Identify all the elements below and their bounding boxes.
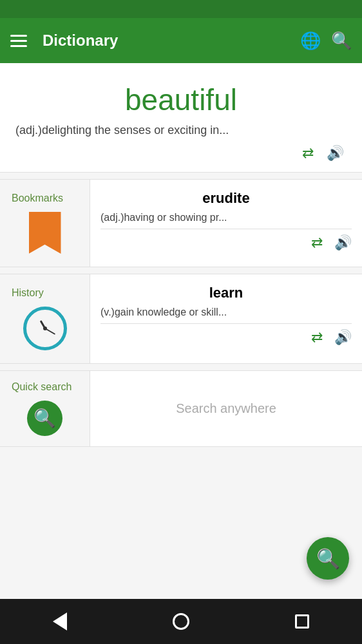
bookmarks-volume-icon[interactable]: 🔊 (334, 234, 352, 251)
clock-center (43, 327, 47, 330)
menu-button[interactable] (10, 35, 27, 47)
quick-search-button[interactable]: 🔍 (27, 401, 62, 436)
clock-icon[interactable] (23, 307, 67, 350)
fab-search-button[interactable]: 🔍 (307, 537, 349, 580)
bookmarks-content: erudite (adj.)having or showing pr... 🔊 (90, 180, 362, 267)
quick-search-card: Quick search 🔍 Search anywhere (0, 370, 362, 447)
history-volume-icon[interactable]: 🔊 (334, 329, 352, 346)
quick-search-label: Quick search (6, 381, 71, 393)
bookmarks-actions: 🔊 (100, 229, 352, 251)
bookmarks-panel: Bookmarks (0, 180, 90, 267)
clock-face (32, 316, 58, 341)
history-definition: (v.)gain knowledge or skill... (100, 307, 352, 324)
recents-button[interactable] (295, 614, 309, 629)
back-icon (53, 612, 67, 630)
history-panel: History (0, 274, 90, 363)
back-button[interactable] (53, 612, 67, 630)
quick-search-icon: 🔍 (33, 408, 56, 429)
status-bar (0, 0, 362, 18)
search-icon[interactable]: 🔍 (331, 31, 352, 51)
shuffle-icon[interactable] (302, 145, 314, 162)
toolbar: Dictionary 🌐 🔍 (0, 18, 362, 63)
recents-icon (295, 614, 309, 629)
globe-icon[interactable]: 🌐 (300, 31, 321, 51)
bookmark-icon[interactable] (29, 212, 61, 254)
bookmarks-card: Bookmarks erudite (adj.)having or showin… (0, 179, 362, 267)
quick-search-panel: Quick search 🔍 (0, 371, 90, 446)
bookmarks-word: erudite (100, 190, 352, 207)
bookmarks-label: Bookmarks (6, 193, 63, 204)
bookmarks-definition: (adj.)having or showing pr... (100, 212, 352, 229)
app-title: Dictionary (43, 32, 290, 50)
bookmarks-shuffle-icon[interactable] (311, 234, 323, 251)
history-word: learn (100, 285, 352, 301)
quick-search-input-area[interactable]: Search anywhere (90, 371, 362, 446)
home-icon (173, 613, 189, 630)
bottom-navigation (0, 599, 362, 644)
history-actions: 🔊 (100, 324, 352, 346)
history-card: History learn (v.)gain knowledge or skil… (0, 274, 362, 364)
volume-icon[interactable]: 🔊 (327, 145, 344, 162)
history-content: learn (v.)gain knowledge or skill... 🔊 (90, 274, 362, 363)
history-shuffle-icon[interactable] (311, 329, 323, 346)
quick-search-placeholder: Search anywhere (176, 401, 276, 416)
main-word-actions: 🔊 (13, 145, 349, 162)
history-label: History (6, 287, 44, 299)
home-button[interactable] (173, 613, 189, 630)
fab-search-icon: 🔍 (316, 547, 340, 570)
main-word-area: beautiful (adj.)delighting the senses or… (0, 63, 362, 173)
main-definition: (adj.)delighting the senses or exciting … (13, 124, 349, 137)
main-word: beautiful (13, 82, 349, 117)
